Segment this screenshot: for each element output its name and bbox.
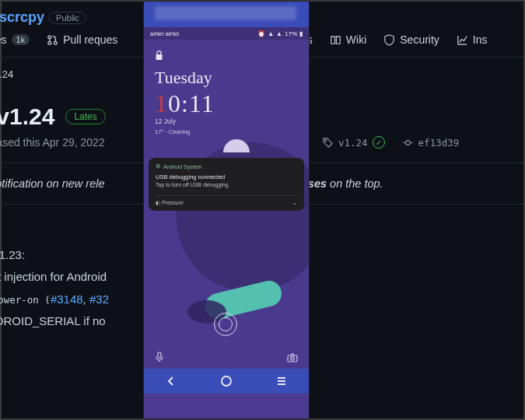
tab-wiki[interactable]: Wiki	[330, 33, 366, 46]
visibility-badge: Public	[49, 12, 86, 24]
issue-link-3148[interactable]: #3148	[51, 292, 83, 306]
notif-footer: Pressure	[162, 200, 184, 205]
nav-recents-button[interactable]	[275, 374, 289, 388]
android-statusbar: airtel airtel ⏰ ▲ ▲ 17% ▮	[144, 27, 309, 40]
tag-icon	[322, 137, 334, 149]
lock-icon	[155, 51, 163, 61]
tab-wiki-label: Wiki	[346, 33, 366, 46]
clock-hour-first: 1	[155, 89, 168, 117]
svg-point-4	[405, 140, 410, 145]
mic-icon[interactable]	[155, 352, 164, 362]
nav-back-button[interactable]	[164, 374, 178, 388]
tab-issues-label: ssues	[0, 33, 7, 46]
book-icon	[330, 34, 341, 46]
android-icon: ⚙	[156, 163, 160, 170]
tab-issues[interactable]: ssues 1k	[0, 33, 30, 46]
pull-request-icon	[47, 34, 58, 46]
lockscreen-day: Tuesday	[155, 68, 212, 88]
lockscreen-date: 12 July	[155, 117, 176, 125]
svg-point-8	[291, 357, 294, 360]
scrcpy-titlebar[interactable]	[144, 2, 309, 27]
tab-insights-label: Ins	[473, 33, 488, 46]
signal-icon: ▲	[276, 30, 282, 37]
wallpaper-blob-top	[223, 139, 250, 152]
pressure-icon: ◐	[156, 200, 162, 205]
alarm-icon: ⏰	[257, 30, 265, 37]
release-title: py v1.24	[0, 103, 54, 130]
tab-insights[interactable]: Ins	[457, 33, 488, 46]
l2-sep: ,	[83, 292, 89, 306]
issues-count-badge: 1k	[12, 34, 30, 45]
graph-icon	[457, 34, 468, 46]
issue-link-32[interactable]: #32	[89, 292, 109, 306]
carrier-label: airtel airtel	[150, 30, 179, 37]
chevron-down-icon[interactable]: ⌄	[292, 200, 297, 206]
svg-point-0	[48, 35, 51, 38]
tab-security[interactable]: Security	[383, 33, 439, 46]
tip-lead: e a notification on new rele	[0, 177, 105, 190]
svg-rect-5	[156, 54, 163, 60]
camera-icon[interactable]	[287, 353, 298, 362]
tab-security-label: Security	[400, 33, 439, 46]
commit-icon	[402, 137, 414, 149]
release-date: Apr 29, 2022	[43, 136, 105, 149]
notif-title: USB debugging connected	[156, 173, 297, 180]
l2-prefix: --no-power-on (	[0, 294, 51, 306]
breadcrumb-repo[interactable]: scrcpy	[0, 9, 44, 26]
fingerprint-icon[interactable]	[214, 313, 237, 336]
android-navbar	[144, 369, 309, 394]
verified-icon: ✓	[373, 136, 385, 149]
battery-text: 17%	[285, 30, 297, 37]
lockscreen-clock: 10:11	[155, 89, 215, 118]
clock-rest: 0:11	[168, 89, 215, 117]
notif-source: Android System	[163, 164, 201, 170]
shield-icon	[383, 34, 395, 46]
tab-pulls-label: Pull reques	[63, 33, 117, 46]
battery-icon: ▮	[299, 30, 303, 37]
svg-rect-6	[158, 352, 161, 358]
release-commit[interactable]: ef13d39	[418, 137, 460, 149]
tip-tail: on the top.	[327, 177, 383, 190]
svg-point-2	[54, 41, 58, 44]
nav-home-button[interactable]	[219, 374, 233, 388]
wifi-icon: ▲	[268, 30, 274, 37]
notification-card[interactable]: ⚙Android System USB debugging connected …	[149, 158, 304, 211]
lockscreen-weather: 17° · Clearing	[155, 128, 191, 135]
notif-subtitle: Tap to turn off USB debugging	[156, 182, 297, 187]
l3-prefix: d $ANDROID_SERIAL if no	[0, 314, 109, 327]
latest-badge: Lates	[65, 109, 105, 124]
svg-point-1	[48, 41, 51, 44]
android-lockscreen[interactable]: Tuesday 10:11 12 July 17° · Clearing ⚙An…	[144, 40, 309, 369]
tab-pull-requests[interactable]: Pull reques	[47, 33, 117, 46]
scrcpy-window[interactable]: airtel airtel ⏰ ▲ ▲ 17% ▮ Tuesday 10:11 …	[144, 2, 309, 418]
release-tag[interactable]: v1.24	[338, 137, 368, 149]
released-this-text: released this	[0, 136, 43, 149]
svg-point-3	[325, 139, 327, 141]
svg-point-9	[222, 376, 231, 386]
